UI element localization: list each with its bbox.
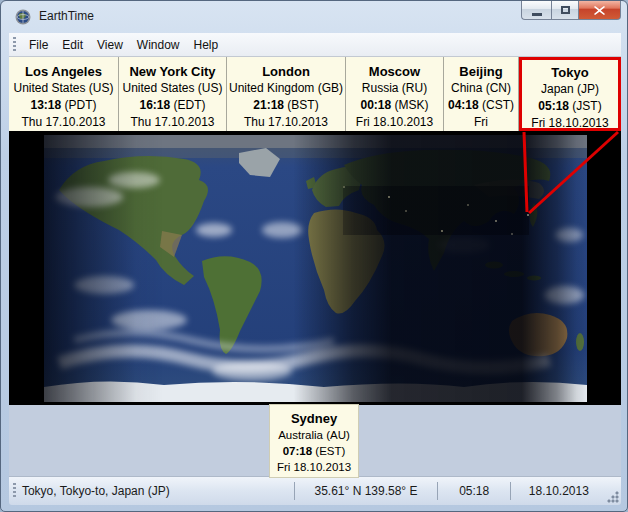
clock-timezone: (CST) (482, 98, 514, 112)
clock-time: 05:18 (538, 99, 569, 113)
minimize-button[interactable] (521, 1, 551, 20)
menu-help[interactable]: Help (187, 35, 226, 55)
close-button[interactable] (579, 1, 621, 20)
window-title: EarthTime (39, 9, 94, 23)
clock-city: Tokyo (522, 64, 618, 81)
clock-time: 21:18 (253, 98, 284, 112)
clock-time: 07:18 (283, 445, 312, 457)
clock-city: Sydney (270, 410, 358, 427)
maximize-icon (561, 6, 570, 14)
menu-edit[interactable]: Edit (55, 35, 90, 55)
clock-date: Fri 18.10.2013 (444, 114, 518, 131)
menu-file[interactable]: File (22, 35, 55, 55)
menu-window[interactable]: Window (130, 35, 187, 55)
clock-panel-bar: Los Angeles United States (US) 13:18 (PD… (9, 57, 621, 131)
clock-date: Thu 17.10.2013 (9, 114, 118, 131)
clock-tokyo-highlighted[interactable]: Tokyo Japan (JP) 05:18 (JST) Fri 18.10.2… (519, 57, 621, 131)
world-map-area[interactable] (9, 131, 621, 405)
titlebar[interactable]: EarthTime (1, 1, 628, 33)
clock-date: Thu 17.10.2013 (227, 114, 345, 131)
clock-london[interactable]: London United Kingdom (GB) 21:18 (BST) T… (227, 57, 346, 131)
clock-timezone: (JST) (572, 99, 601, 113)
clock-country: Australia (AU) (270, 427, 358, 443)
status-location: Tokyo, Tokyo-to, Japan (JP) (22, 477, 294, 505)
menubar-grip[interactable] (13, 37, 16, 53)
resize-grip[interactable] (606, 490, 619, 503)
clock-sydney-floating[interactable]: Sydney Australia (AU) 07:18 (EST) Fri 18… (269, 404, 359, 478)
clock-country: China (CN) (444, 80, 518, 97)
clock-moscow[interactable]: Moscow Russia (RU) 00:18 (MSK) Fri 18.10… (346, 57, 444, 131)
clock-city: Beijing (444, 63, 518, 80)
clock-city: New York City (119, 63, 226, 80)
status-coordinates: 35.61° N 139.58° E (295, 477, 437, 505)
clock-country: Japan (JP) (522, 81, 618, 98)
statusbar-grip[interactable] (13, 483, 16, 499)
clock-los-angeles[interactable]: Los Angeles United States (US) 13:18 (PD… (9, 57, 119, 131)
window-controls (521, 1, 621, 21)
clock-time: 00:18 (360, 98, 391, 112)
clock-country: United States (US) (9, 80, 118, 97)
clock-time: 16:18 (139, 98, 170, 112)
clock-beijing[interactable]: Beijing China (CN) 04:18 (CST) Fri 18.10… (444, 57, 519, 131)
clock-timezone: (PDT) (65, 98, 97, 112)
clock-date: Fri 18.10.2013 (346, 114, 443, 131)
status-time: 05:18 (438, 477, 510, 505)
maximize-button[interactable] (551, 1, 579, 20)
minimize-icon (532, 13, 542, 16)
clock-city: Moscow (346, 63, 443, 80)
close-icon (594, 6, 605, 15)
clock-country: United States (US) (119, 80, 226, 97)
world-map-day-night (44, 135, 587, 402)
clock-city: Los Angeles (9, 63, 118, 80)
clock-date: Fri 18.10.2013 (270, 459, 358, 475)
clock-timezone: (BST) (287, 98, 318, 112)
clock-timezone: (MSK) (395, 98, 429, 112)
clock-date: Fri 18.10.2013 (522, 115, 618, 131)
earthtime-globe-icon (15, 9, 31, 25)
status-date: 18.10.2013 (511, 477, 606, 505)
menu-view[interactable]: View (90, 35, 130, 55)
clock-time: 13:18 (30, 98, 61, 112)
statusbar: Tokyo, Tokyo-to, Japan (JP) 35.61° N 139… (9, 476, 621, 505)
clock-time: 04:18 (448, 98, 479, 112)
clock-city: London (227, 63, 345, 80)
clock-country: United Kingdom (GB) (227, 80, 345, 97)
clock-country: Russia (RU) (346, 80, 443, 97)
clock-timezone: (EST) (315, 445, 345, 457)
clock-timezone: (EDT) (174, 98, 206, 112)
clock-date: Thu 17.10.2013 (119, 114, 226, 131)
earthtime-window: EarthTime File Edit View Window Help Los… (0, 0, 628, 512)
clock-new-york-city[interactable]: New York City United States (US) 16:18 (… (119, 57, 227, 131)
menubar: File Edit View Window Help (9, 33, 621, 57)
